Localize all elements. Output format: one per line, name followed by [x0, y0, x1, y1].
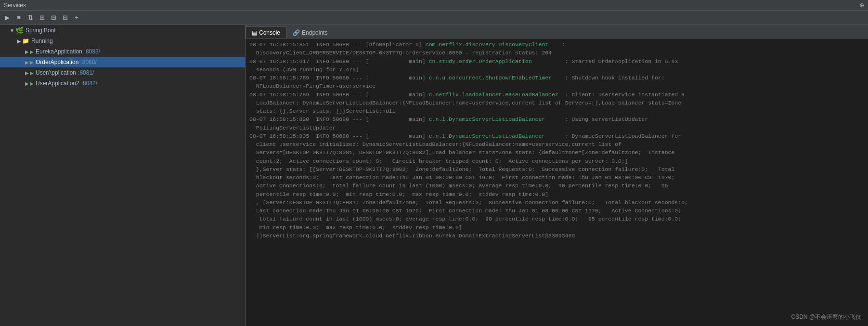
run-icon-order: ▶ [30, 60, 34, 65]
log-line: 08-07 16:58:15:835 INFO 50680 --- [ main… [249, 132, 864, 140]
endpoints-icon: 🔗 [293, 29, 300, 36]
tab-bar: ▤ Console 🔗 Endpoints [246, 25, 868, 39]
toolbar: ▶ ≡ ⇅ ⊞ ⊟ ⊟ + [0, 11, 868, 25]
toolbar-btn-grid[interactable]: ⊞ [37, 13, 47, 23]
toolbar-btn-add[interactable]: + [71, 13, 82, 23]
log-line: DiscoveryClient_ORDERSERVICE/DESKTOP-0K3… [249, 49, 864, 57]
settings-icon[interactable]: ⊕ [859, 2, 864, 9]
log-line: LoadBalancer: DynamicServerListLoadBalan… [249, 99, 864, 107]
arrow-order: ▶ [25, 60, 29, 65]
sidebar-item-eureka[interactable]: ▶ ▶ EurekaApplication :8083/ [0, 46, 245, 57]
log-line: Servers=[DESKTOP-0K3TT7Q:8081, DESKTOP-0… [249, 148, 864, 156]
sidebar-item-label-running: Running [31, 38, 53, 44]
run-icon-user2: ▶ [30, 81, 34, 86]
log-line: seconds (JVM running for 7.476) [249, 65, 864, 74]
tab-endpoints-label: Endpoints [302, 29, 327, 36]
toolbar-btn-filter[interactable]: ⊟ [48, 13, 59, 23]
sidebar-item-running[interactable]: ▶ 📁 Running [0, 36, 245, 46]
log-line: ]}ServerList:org.springframework.cloud.n… [249, 232, 864, 240]
log-line: 08-07 16:58:15:351 INFO 50680 --- [nfoRe… [249, 40, 864, 49]
tab-console-label: Console [259, 29, 280, 36]
sidebar-label-order: OrderApplication [36, 59, 78, 65]
arrow-eureka: ▶ [25, 49, 29, 54]
collapse-arrow-spring: ▼ [10, 28, 14, 33]
log-line: 08-07 16:58:15:617 INFO 50680 --- [ main… [249, 57, 864, 65]
log-line: count:2; Active connections count: 0; Ci… [249, 157, 864, 165]
log-line: min resp time:0.0; max resp time:0.0; st… [249, 223, 864, 232]
sidebar-item-order[interactable]: ▶ ▶ OrderApplication :8080/ [0, 57, 245, 67]
log-line: NFLoadBalancer-PingTimer-userservice [249, 82, 864, 90]
sidebar-item-spring-boot[interactable]: ▼ 🌿 Spring Boot [0, 25, 245, 36]
arrow-user2: ▶ [25, 81, 29, 86]
toolbar-btn-sort[interactable]: ⇅ [25, 13, 36, 23]
sidebar-label-eureka: EurekaApplication [36, 48, 82, 55]
title-bar: Services ⊕ [0, 0, 868, 11]
run-icon-user: ▶ [30, 70, 34, 76]
port-user: :8081/ [78, 69, 94, 76]
folder-icon: 📁 [22, 38, 29, 44]
services-panel: ▼ 🌿 Spring Boot ▶ 📁 Running ▶ ▶ EurekaAp… [0, 25, 246, 326]
log-line: PollingServerListUpdater [249, 124, 864, 132]
arrow-user: ▶ [25, 70, 29, 76]
log-line: 08-07 16:58:15:789 INFO 50680 --- [ main… [249, 91, 864, 99]
console-icon: ▤ [252, 29, 257, 36]
log-line: },Server stats: [[Server:DESKTOP-0K3TT7Q… [249, 165, 864, 173]
sidebar-label-user2: UserApplication2 [36, 80, 79, 87]
toolbar-btn-list[interactable]: ≡ [13, 13, 24, 23]
port-order: :8080/ [80, 59, 96, 65]
run-icon-eureka: ▶ [30, 49, 34, 54]
log-line: total failure count in last (1000) msecs… [249, 215, 864, 223]
log-line: client userservice initialized: DynamicS… [249, 140, 864, 148]
sidebar-label-user: UserApplication [36, 69, 76, 76]
log-line: Active Connections:0; total failure coun… [249, 182, 864, 190]
log-line: 08-07 16:58:15:789 INFO 50680 --- [ main… [249, 74, 864, 82]
port-eureka: :8083/ [84, 48, 100, 55]
sidebar-item-user2[interactable]: ▶ ▶ UserApplication2 :8082/ [0, 78, 245, 89]
sidebar-item-label-spring: Spring Boot [26, 27, 56, 34]
toolbar-btn-collapse[interactable]: ⊟ [60, 13, 70, 23]
log-line: Last connection made:Thu Jan 01 08:00:00… [249, 207, 864, 215]
console-output: 08-07 16:58:15:351 INFO 50680 --- [nfoRe… [246, 39, 868, 326]
spring-icon: 🌿 [15, 26, 24, 34]
tab-endpoints[interactable]: 🔗 Endpoints [286, 26, 334, 38]
right-panel: ▤ Console 🔗 Endpoints 08-07 16:58:15:351… [246, 25, 868, 326]
title-label: Services [4, 2, 26, 9]
log-line: 08-07 16:58:15:820 INFO 50680 --- [ main… [249, 115, 864, 123]
log-line: stats: {},Server stats: []}ServerList:nu… [249, 107, 864, 115]
toolbar-btn-play[interactable]: ▶ [2, 13, 13, 23]
main-layout: ▼ 🌿 Spring Boot ▶ 📁 Running ▶ ▶ EurekaAp… [0, 25, 868, 326]
tab-console[interactable]: ▤ Console [246, 26, 286, 38]
log-line: percentile resp time:0.0; min resp time:… [249, 190, 864, 198]
log-line: , [Server:DESKTOP-0K3TT7Q:8081; Zone:def… [249, 198, 864, 207]
collapse-arrow-running: ▶ [17, 39, 21, 44]
port-user2: :8082/ [81, 80, 97, 87]
log-line: blackout seconds:0; Last connection made… [249, 173, 864, 182]
sidebar-item-user[interactable]: ▶ ▶ UserApplication :8081/ [0, 67, 245, 78]
